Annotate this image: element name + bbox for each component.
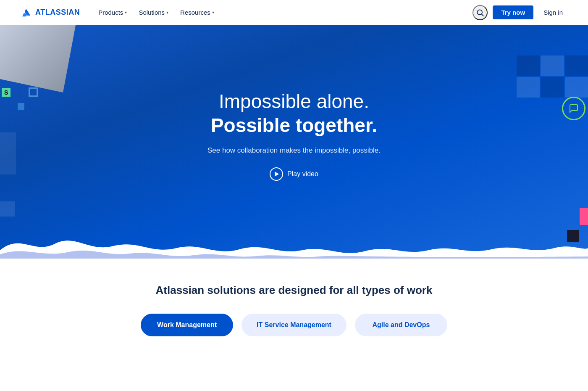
hero-wave-edge: [0, 225, 588, 259]
search-button[interactable]: [472, 5, 488, 20]
nav-products[interactable]: Products ▾: [93, 5, 132, 19]
navbar: ATLASSIAN Products ▾ Solutions ▾ Resourc…: [0, 0, 588, 25]
hero-bottom-left-rect: [0, 201, 15, 217]
nav-solutions[interactable]: Solutions ▾: [134, 5, 173, 19]
solution-btn-it-service-management[interactable]: IT Service Management: [242, 314, 346, 336]
navbar-right: Try now Sign in: [472, 5, 568, 20]
nav-menu: Products ▾ Solutions ▾ Resources ▾: [93, 5, 472, 19]
svg-line-1: [482, 14, 484, 16]
products-chevron-icon: ▾: [125, 10, 127, 15]
hero-green-label: S: [2, 88, 10, 97]
hero-rect-left: [0, 132, 16, 174]
hero-section: S Impossible alone. Possible together. S…: [0, 25, 588, 259]
atlassian-logo[interactable]: ATLASSIAN: [20, 7, 80, 18]
solutions-title: Atlassian solutions are designed for all…: [20, 284, 568, 297]
atlassian-wordmark: ATLASSIAN: [35, 8, 80, 17]
search-icon: [476, 8, 484, 17]
solution-btn-agile-devops[interactable]: Agile and DevOps: [355, 314, 447, 336]
hero-subtext: See how collaboration makes the impossib…: [207, 145, 381, 156]
play-icon: [270, 167, 283, 181]
hero-headline-bold: Possible together.: [207, 114, 381, 137]
hero-headline-light: Impossible alone.: [207, 90, 381, 113]
atlassian-logo-icon: [20, 7, 32, 18]
chat-bubble-icon: [562, 97, 585, 120]
solution-btn-work-management[interactable]: Work Management: [141, 314, 233, 336]
solutions-section: Atlassian solutions are designed for all…: [0, 259, 588, 370]
sign-in-button[interactable]: Sign in: [538, 5, 568, 19]
hero-pink-rect: [580, 208, 588, 225]
play-triangle-icon: [275, 172, 279, 177]
play-video-button[interactable]: Play video: [270, 167, 318, 181]
hero-square-filled: [18, 103, 24, 110]
hero-square-outline: [29, 87, 38, 97]
svg-point-0: [478, 10, 483, 15]
solution-buttons-group: Work Management IT Service Management Ag…: [20, 314, 568, 336]
try-now-button[interactable]: Try now: [493, 5, 533, 19]
hero-checker-pattern: [517, 55, 588, 98]
hero-hand-graphic: [0, 25, 84, 92]
hero-content: Impossible alone. Possible together. See…: [197, 90, 391, 181]
resources-chevron-icon: ▾: [212, 10, 214, 15]
nav-resources[interactable]: Resources ▾: [175, 5, 219, 19]
solutions-chevron-icon: ▾: [166, 10, 168, 15]
